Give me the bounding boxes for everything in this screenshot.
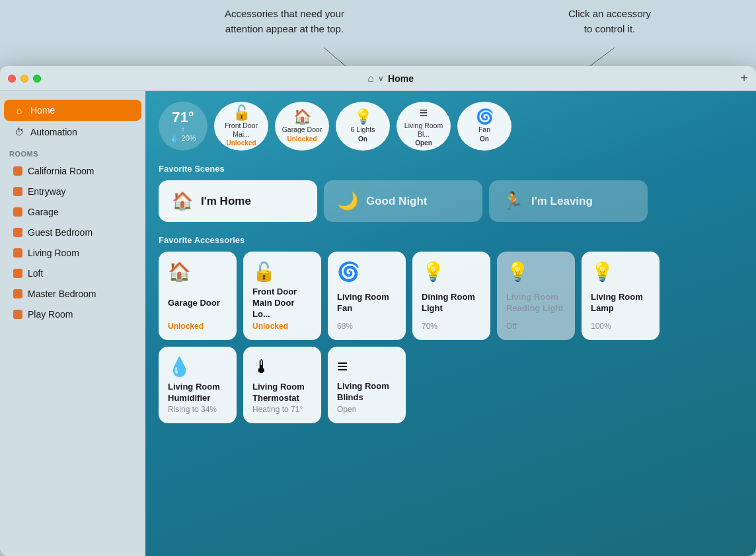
- accessory-icon-8: ≡: [337, 356, 397, 377]
- status-item-0[interactable]: 🔓 Front Door Mai... Unlocked: [214, 102, 268, 151]
- sidebar-item-living-room[interactable]: Living Room: [4, 243, 141, 263]
- status-icon-4: 🌀: [476, 110, 494, 124]
- accessory-status-7: Heating to 71°: [252, 405, 312, 414]
- nav-chevron[interactable]: ∨: [378, 74, 384, 83]
- status-label-2: 6 Lights: [351, 125, 375, 134]
- sidebar-item-garage[interactable]: Garage: [4, 202, 141, 222]
- main-content: 71° ↑ 💧 20% 🔓 Front Door Mai... Unlocked…: [145, 91, 756, 556]
- sidebar-item-play-room[interactable]: Play Room: [4, 304, 141, 324]
- room-color-dot: [13, 310, 22, 319]
- scene-icon-2: 🏃: [502, 191, 523, 211]
- accessory-status-1: Unlocked: [252, 322, 312, 331]
- sidebar-item-home[interactable]: ⌂ Home: [4, 100, 141, 121]
- sidebar-item-california-room[interactable]: California Room: [4, 161, 141, 181]
- accessory-status-0: Unlocked: [168, 322, 227, 331]
- status-icon-0: 🔓: [233, 106, 250, 120]
- sidebar-home-label: Home: [30, 105, 55, 116]
- weather-widget[interactable]: 71° ↑ 💧 20%: [159, 102, 208, 151]
- sidebar-automation-label: Automation: [30, 127, 77, 137]
- callout-click: Click an accessoryto control it.: [568, 7, 651, 36]
- scene-icon-1: 🌙: [337, 191, 358, 211]
- close-button[interactable]: [8, 75, 16, 83]
- accessory-status-5: 100%: [591, 322, 650, 331]
- room-label: Guest Bedroom: [28, 227, 93, 238]
- accessory-card-0[interactable]: 🏠 Garage Door Unlocked: [159, 252, 237, 340]
- status-icon-3: ≡: [420, 106, 428, 120]
- status-sublabel-1: Unlocked: [287, 135, 317, 143]
- home-icon: ⌂: [13, 104, 25, 116]
- accessories-section-title: Favorite Accessories: [159, 235, 743, 245]
- status-item-2[interactable]: 💡 6 Lights On: [336, 102, 390, 151]
- scene-card-good-night[interactable]: 🌙 Good Night: [324, 180, 482, 222]
- room-color-dot: [13, 289, 22, 298]
- accessory-icon-6: 💧: [168, 356, 227, 378]
- accessory-card-7[interactable]: 🌡 Living Room Thermostat Heating to 71°: [243, 347, 321, 424]
- sidebar-item-automation[interactable]: ⏱ Automation: [4, 122, 141, 143]
- accessory-icon-7: 🌡: [252, 356, 312, 378]
- room-color-dot: [13, 166, 22, 176]
- accessory-name-4: Living Room Reading Light: [506, 292, 566, 314]
- status-item-1[interactable]: 🏠 Garage Door Unlocked: [275, 102, 329, 151]
- accessory-card-2[interactable]: 🌀 Living Room Fan 68%: [328, 252, 406, 340]
- titlebar-title: Home: [388, 73, 414, 84]
- accessory-name-2: Living Room Fan: [337, 292, 397, 314]
- scene-card-i'm-home[interactable]: 🏠 I'm Home: [159, 180, 317, 222]
- sidebar-item-master-bedroom[interactable]: Master Bedroom: [4, 284, 141, 304]
- status-label-1: Garage Door: [282, 125, 322, 134]
- scene-label-2: I'm Leaving: [531, 195, 593, 208]
- home-nav-icon[interactable]: ⌂: [367, 73, 374, 85]
- room-color-dot: [13, 228, 22, 237]
- minimize-button[interactable]: [20, 75, 28, 83]
- automation-icon: ⏱: [13, 126, 25, 138]
- accessory-status-8: Open: [337, 405, 397, 414]
- accessory-name-6: Living Room Humidifier: [168, 382, 227, 404]
- status-label-4: Fan: [478, 125, 490, 134]
- status-bar: 71° ↑ 💧 20% 🔓 Front Door Mai... Unlocked…: [159, 102, 743, 151]
- accessory-name-0: Garage Door: [168, 298, 227, 309]
- accessory-status-4: Off: [506, 322, 566, 331]
- room-label: Play Room: [28, 309, 73, 320]
- weather-arrow: ↑: [181, 125, 185, 133]
- scenes-section-title: Favorite Scenes: [159, 164, 743, 174]
- accessory-card-3[interactable]: 💡 Dining Room Light 70%: [412, 252, 490, 340]
- accessory-status-3: 70%: [422, 322, 481, 331]
- accessory-card-6[interactable]: 💧 Living Room Humidifier Rising to 34%: [159, 347, 237, 424]
- accessory-name-3: Dining Room Light: [422, 292, 481, 314]
- status-icon-1: 🏠: [293, 110, 311, 124]
- scene-label-1: Good Night: [366, 195, 428, 208]
- accessories-grid: 🏠 Garage Door Unlocked 🔓 Front Door Main…: [159, 252, 743, 423]
- fullscreen-button[interactable]: [33, 75, 41, 83]
- titlebar: ⌂ ∨ Home +: [0, 66, 756, 91]
- accessory-card-8[interactable]: ≡ Living Room Blinds Open: [328, 347, 406, 424]
- sidebar-item-loft[interactable]: Loft: [4, 263, 141, 283]
- scene-label-0: I'm Home: [201, 195, 251, 208]
- accessory-card-5[interactable]: 💡 Living Room Lamp 100%: [582, 252, 660, 340]
- accessory-status-6: Rising to 34%: [168, 405, 227, 414]
- status-sublabel-3: Open: [415, 139, 432, 147]
- room-label: California Room: [28, 166, 94, 176]
- add-button[interactable]: +: [740, 71, 748, 86]
- sidebar-item-guest-bedroom[interactable]: Guest Bedroom: [4, 223, 141, 242]
- status-item-4[interactable]: 🌀 Fan On: [457, 102, 511, 151]
- status-item-3[interactable]: ≡ Living Room Bl... Open: [397, 102, 451, 151]
- accessory-card-4[interactable]: 💡 Living Room Reading Light Off: [497, 252, 575, 340]
- app-window: ⌂ ∨ Home + ⌂ Home ⏱ Automation Rooms Cal…: [0, 66, 756, 556]
- accessory-name-7: Living Room Thermostat: [252, 382, 312, 404]
- accessory-icon-4: 💡: [506, 261, 566, 283]
- accessory-name-1: Front Door Main Door Lo...: [252, 287, 312, 320]
- sidebar-item-entryway[interactable]: Entryway: [4, 182, 141, 201]
- scene-card-i'm-leaving[interactable]: 🏃 I'm Leaving: [489, 180, 648, 222]
- room-label: Garage: [28, 207, 59, 217]
- room-color-dot: [13, 248, 22, 258]
- accessory-icon-2: 🌀: [337, 261, 397, 283]
- accessory-card-1[interactable]: 🔓 Front Door Main Door Lo... Unlocked: [243, 252, 321, 340]
- accessory-icon-3: 💡: [422, 261, 481, 283]
- room-label: Living Room: [28, 248, 79, 258]
- accessory-icon-1: 🔓: [252, 261, 312, 283]
- callout-accessories: Accessories that need yourattention appe…: [225, 7, 344, 36]
- scenes-grid: 🏠 I'm Home 🌙 Good Night 🏃 I'm Leaving: [159, 180, 743, 222]
- status-label-0: Front Door Mai...: [218, 122, 264, 138]
- traffic-lights: [8, 75, 41, 83]
- accessory-name-8: Living Room Blinds: [337, 381, 397, 403]
- accessory-status-2: 68%: [337, 322, 397, 331]
